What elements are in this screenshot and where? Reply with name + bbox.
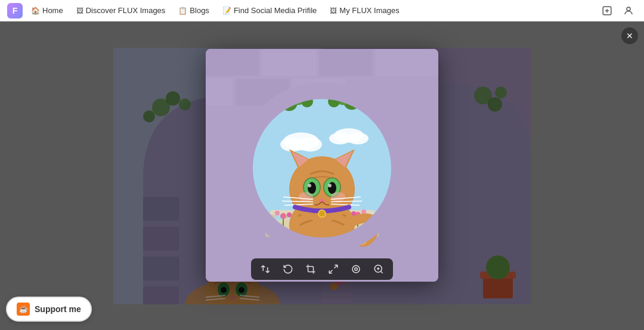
svg-line-117 [329, 270, 332, 273]
support-me-label: Support me [35, 304, 81, 314]
close-button[interactable]: ✕ [621, 27, 638, 44]
nav-blogs[interactable]: 📋 Blogs [174, 4, 214, 17]
navbar: F 🏠 Home 🖼 Discover FLUX Images 📋 Blogs … [0, 0, 644, 21]
svg-rect-43 [206, 79, 233, 106]
nav-social-label: Find Social Media Prifile [234, 6, 317, 15]
adjust-button[interactable] [349, 262, 363, 276]
svg-line-116 [335, 265, 338, 268]
svg-point-114 [319, 211, 325, 217]
svg-rect-41 [319, 49, 373, 76]
social-icon: 📝 [222, 7, 231, 15]
svg-point-105 [299, 192, 313, 202]
svg-line-108 [282, 201, 313, 202]
add-image-button[interactable] [599, 2, 615, 19]
svg-rect-42 [376, 49, 438, 76]
svg-line-121 [380, 271, 382, 273]
profile-button[interactable] [620, 2, 637, 19]
svg-rect-40 [262, 49, 316, 76]
svg-point-118 [355, 268, 358, 271]
svg-point-99 [328, 182, 336, 194]
svg-point-67 [280, 213, 286, 219]
svg-point-69 [287, 212, 292, 217]
rotate-button[interactable] [281, 262, 295, 276]
home-icon: 🏠 [31, 7, 40, 15]
svg-point-100 [308, 184, 311, 187]
svg-point-51 [298, 137, 322, 152]
modal-image-container [206, 49, 438, 282]
logo-text: F [13, 6, 18, 16]
myflux-icon: 🖼 [330, 7, 337, 15]
nav-discover[interactable]: 🖼 Discover FLUX Images [72, 4, 171, 17]
nav-blogs-label: Blogs [190, 6, 209, 15]
coffee-cup-icon: ☕ [17, 303, 30, 316]
svg-point-68 [275, 211, 280, 215]
nav-home[interactable]: 🏠 Home [26, 4, 68, 17]
nav-social[interactable]: 📝 Find Social Media Prifile [218, 4, 321, 17]
close-icon: ✕ [626, 31, 633, 41]
cat-illustration [206, 49, 438, 282]
nav-discover-label: Discover FLUX Images [86, 6, 166, 15]
nav-myflux[interactable]: 🖼 My FLUX Images [325, 4, 404, 17]
flip-vertical-button[interactable] [258, 262, 273, 276]
modal-toolbar [251, 258, 393, 280]
svg-point-54 [347, 132, 369, 144]
resize-button[interactable] [326, 262, 340, 276]
svg-point-98 [308, 182, 316, 194]
svg-point-3 [627, 7, 630, 11]
support-me-button[interactable]: ☕ Support me [6, 297, 92, 322]
nav-myflux-label: My FLUX Images [339, 6, 399, 15]
crop-button[interactable] [304, 262, 318, 276]
blogs-icon: 📋 [178, 7, 187, 15]
svg-line-111 [331, 201, 362, 202]
nav-home-label: Home [42, 6, 63, 15]
svg-point-106 [331, 192, 345, 202]
nav-right [599, 2, 637, 19]
zoom-button[interactable] [371, 262, 386, 276]
modal-overlay: ✕ [0, 0, 644, 330]
discover-icon: 🖼 [76, 7, 83, 15]
svg-point-119 [352, 266, 360, 273]
nav-logo[interactable]: F [7, 3, 23, 18]
svg-point-101 [328, 184, 332, 187]
svg-rect-39 [206, 49, 259, 76]
